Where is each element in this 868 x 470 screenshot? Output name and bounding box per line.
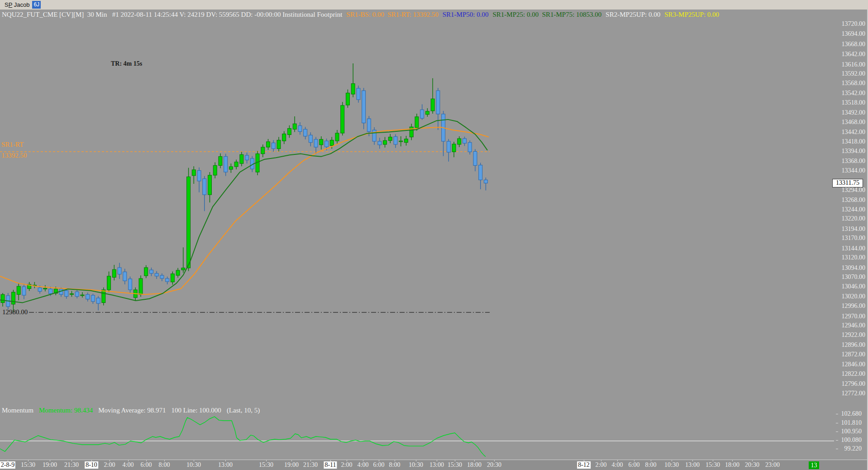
candle-up — [261, 147, 265, 154]
candle-up — [139, 278, 143, 294]
time-axis-label: 21:30 — [303, 461, 318, 469]
candle-up — [287, 129, 291, 135]
price-axis-label: 12996.00 — [833, 302, 865, 310]
price-axis-label: 13468.00 — [833, 119, 865, 126]
candle-up — [452, 144, 456, 152]
price-axis-label: 13120.00 — [833, 254, 865, 261]
time-axis-label: 6:00 — [141, 461, 152, 469]
candle-up — [213, 165, 217, 175]
support-level-label: 12980.00 — [2, 308, 28, 316]
chart-region: NQU22_FUT_CME [CV][M] 30 Min #1 2022-08-… — [0, 10, 868, 470]
momentum-study-title: Momentum — [2, 407, 33, 414]
price-axis-label: 12796.00 — [833, 380, 865, 388]
price-axis-label: 13616.00 — [833, 61, 865, 68]
candle-up — [320, 139, 323, 145]
price-axis-label: 13344.00 — [833, 167, 865, 174]
sr1-orange-values: SR1-BS: 0.00 SR1-RT: 13392.50 — [346, 11, 438, 19]
chartbook-tab-label: SP Jacob — [5, 1, 29, 8]
candle-up — [11, 292, 15, 304]
current-time-marker: 13 — [809, 461, 819, 469]
price-axis-label: 13170.00 — [833, 235, 865, 242]
candle-up — [388, 137, 392, 141]
price-axis-label: 13294.00 — [833, 187, 865, 194]
candle-down — [149, 270, 153, 273]
candle-down — [304, 129, 307, 136]
price-axis-label: 13592.00 — [833, 70, 865, 77]
time-axis-label: 20:30 — [745, 461, 759, 469]
price-axis-label: 13220.00 — [833, 215, 865, 222]
candle-up — [458, 139, 461, 144]
candle-up — [187, 177, 191, 268]
candle-down — [129, 279, 132, 290]
price-axis-label: 12822.00 — [833, 370, 865, 378]
chartbook-tab[interactable]: SP Jacob 6J — [1, 0, 42, 9]
price-axis-label: 13492.00 — [833, 109, 865, 116]
candle-up — [219, 157, 222, 166]
candle-down — [166, 278, 169, 282]
price-axis[interactable]: 13720.0013694.0013668.0013642.0013616.00… — [832, 10, 868, 460]
chart-count-badge[interactable]: 6J — [32, 1, 41, 9]
candle-up — [240, 154, 243, 163]
candle-down — [447, 141, 450, 152]
candle-up — [234, 162, 238, 167]
price-axis-label: 12896.00 — [833, 341, 865, 349]
candle-down — [314, 139, 318, 147]
candle-down — [473, 151, 477, 165]
price-axis-label: 13720.00 — [833, 20, 865, 28]
candle-up — [335, 133, 339, 141]
time-axis-date-label: 8-12 — [577, 461, 591, 469]
sr2-value: SR2-MP25UP: 0.00 — [606, 11, 660, 19]
candle-up — [229, 167, 233, 169]
candle-up — [282, 134, 286, 141]
candle-up — [144, 268, 148, 276]
time-axis-label: 19:00 — [284, 461, 299, 469]
time-axis-label: 6:00 — [629, 461, 640, 469]
time-axis-date-label: 8-11 — [324, 461, 337, 469]
candle-up — [346, 93, 349, 105]
time-axis-label: 13:00 — [429, 461, 444, 469]
trading-app-window: { "tab_bar": { "tab_label_pre": "S", "ta… — [0, 0, 868, 470]
time-remaining-label: TR: 4m 15s — [111, 60, 142, 67]
price-axis-label: 13542.00 — [833, 90, 865, 97]
price-axis-label: 13418.00 — [833, 138, 865, 145]
candle-up — [1, 294, 5, 302]
momentum-axis-label: 100.080 — [829, 436, 862, 444]
candle-down — [378, 141, 382, 145]
price-axis-label: 13668.00 — [833, 41, 865, 48]
price-axis-label: 13394.00 — [833, 148, 865, 155]
candle-up — [176, 270, 180, 275]
candle-down — [123, 272, 127, 281]
candle-up — [383, 140, 387, 144]
candle-up — [330, 140, 334, 145]
time-axis-label: 10:30 — [186, 461, 201, 469]
candle-down — [367, 119, 371, 131]
candle-down — [436, 91, 440, 114]
sr1-green-values: SR1-MP25: 0.00 SR1-MP75: 10853.00 — [492, 11, 601, 19]
moving-average-green — [0, 120, 487, 303]
time-axis-label: 15:30 — [21, 461, 35, 469]
price-axis-label: 12946.00 — [833, 322, 865, 329]
candle-down — [49, 289, 52, 293]
candle-down — [420, 110, 424, 118]
candle-down — [65, 291, 68, 297]
chart-canvas[interactable] — [0, 10, 868, 470]
time-axis-label: 13:00 — [218, 461, 233, 469]
candles-group — [1, 63, 487, 312]
time-axis[interactable]: 13 2-8-915:3019:0021:308-102:004:006:008… — [0, 460, 868, 470]
time-axis-label: 2:00 — [104, 461, 115, 469]
time-axis-label: 20:30 — [487, 461, 501, 469]
candle-down — [479, 165, 482, 180]
candle-down — [96, 298, 100, 303]
price-axis-label: 12772.00 — [833, 390, 865, 397]
price-axis-label: 12922.00 — [833, 331, 865, 339]
candle-up — [293, 124, 296, 129]
price-axis-label: 13094.00 — [833, 264, 865, 272]
candle-down — [155, 273, 158, 276]
momentum-axis-label: 102.680 — [829, 410, 862, 417]
price-axis-label: 13642.00 — [833, 51, 865, 58]
candle-up — [112, 269, 116, 277]
time-axis-label: 10:30 — [664, 461, 679, 469]
candle-down — [463, 139, 467, 143]
time-axis-label: 13:00 — [685, 461, 700, 469]
momentum-axis-label: 100.950 — [829, 428, 862, 435]
